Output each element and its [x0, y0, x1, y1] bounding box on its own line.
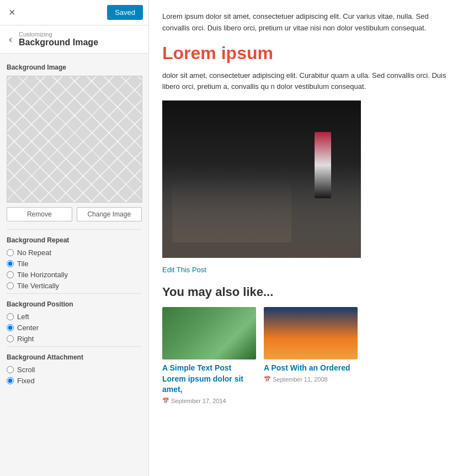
customizing-label: Customizing — [19, 31, 98, 38]
position-label-right: Right — [17, 335, 34, 343]
background-attachment-label: Background Attachment — [7, 353, 142, 361]
post-image — [162, 101, 361, 258]
you-may-like-heading: You may also like... — [162, 285, 450, 299]
section-title-inner: Customizing Background Image — [19, 31, 98, 47]
background-repeat-label: Background Repeat — [7, 236, 142, 244]
right-panel: Lorem ipsum dolor sit amet, consectetuer… — [149, 0, 463, 476]
left-panel: × Saved ‹ Customizing Background Image B… — [0, 0, 149, 476]
calendar-icon-1: 📅 — [162, 398, 169, 404]
saved-button[interactable]: Saved — [107, 5, 143, 20]
intro-paragraph: Lorem ipsum dolor sit amet, consectetuer… — [162, 11, 450, 34]
divider-1 — [7, 229, 142, 230]
attachment-label-scroll: Scroll — [17, 366, 35, 374]
position-label-center: Center — [17, 324, 39, 332]
repeat-label-no-repeat: No Repeat — [17, 248, 51, 257]
tile-pattern — [7, 76, 142, 202]
position-option-right[interactable]: Right — [7, 335, 142, 343]
attachment-label-fixed: Fixed — [17, 377, 35, 385]
post-title: Lorem ipsum — [162, 43, 450, 64]
calendar-icon-2: 📅 — [264, 376, 270, 382]
close-button[interactable]: × — [6, 5, 19, 20]
back-button[interactable]: ‹ — [7, 34, 14, 45]
repeat-label-tile: Tile — [17, 260, 28, 268]
related-posts: A Simple Text Post Lorem ipsum dolor sit… — [162, 307, 450, 404]
edit-post-link[interactable]: Edit This Post — [162, 266, 450, 274]
image-preview — [7, 76, 142, 203]
attachment-option-scroll[interactable]: Scroll — [7, 366, 142, 374]
repeat-radio-tile-vertically[interactable] — [7, 282, 14, 289]
image-buttons: Remove Change Image — [7, 207, 142, 221]
position-option-left[interactable]: Left — [7, 313, 142, 321]
repeat-option-tile[interactable]: Tile — [7, 260, 142, 268]
divider-2 — [7, 293, 142, 294]
divider-3 — [7, 346, 142, 347]
position-radio-center[interactable] — [7, 324, 14, 331]
post-body: dolor sit amet, consectetuer adipiscing … — [162, 70, 450, 93]
repeat-label-tile-vertically: Tile Vertically — [17, 282, 59, 290]
attachment-radio-fixed[interactable] — [7, 377, 14, 384]
position-radio-right[interactable] — [7, 335, 14, 342]
background-attachment-group: Scroll Fixed — [7, 366, 142, 385]
background-position-group: Left Center Right — [7, 313, 142, 343]
change-image-button[interactable]: Change Image — [77, 207, 142, 221]
repeat-radio-no-repeat[interactable] — [7, 249, 14, 256]
related-date-text-1: September 17, 2014 — [171, 398, 226, 404]
content-area: Lorem ipsum dolor sit amet, consectetuer… — [149, 0, 463, 476]
repeat-radio-tile-horizontally[interactable] — [7, 271, 14, 278]
related-date-text-2: September 11, 2008 — [273, 376, 328, 383]
fashion-scene — [162, 101, 361, 258]
remove-image-button[interactable]: Remove — [7, 207, 72, 221]
repeat-option-tile-vertically[interactable]: Tile Vertically — [7, 282, 142, 290]
repeat-option-no-repeat[interactable]: No Repeat — [7, 248, 142, 257]
post-body-text: dolor sit amet, consectetuer adipiscing … — [162, 71, 446, 91]
position-option-center[interactable]: Center — [7, 324, 142, 332]
position-radio-left[interactable] — [7, 313, 14, 320]
background-position-label: Background Position — [7, 300, 142, 308]
attachment-option-fixed[interactable]: Fixed — [7, 377, 142, 385]
repeat-label-tile-horizontally: Tile Horizontally — [17, 271, 68, 279]
background-image-label: Background Image — [7, 64, 142, 71]
related-post-2: A Post With an Ordered 📅 September 11, 2… — [264, 307, 358, 404]
repeat-option-tile-horizontally[interactable]: Tile Horizontally — [7, 271, 142, 279]
attachment-radio-scroll[interactable] — [7, 366, 14, 373]
section-name: Background Image — [19, 38, 98, 47]
background-repeat-group: No Repeat Tile Tile Horizontally Tile Ve… — [7, 248, 142, 290]
repeat-radio-tile[interactable] — [7, 260, 14, 267]
position-label-left: Left — [17, 313, 29, 321]
related-title-2[interactable]: A Post With an Ordered — [264, 363, 358, 374]
related-date-1: 📅 September 17, 2014 — [162, 398, 256, 404]
related-date-2: 📅 September 11, 2008 — [264, 376, 358, 383]
customizer-header: × Saved — [0, 0, 148, 25]
related-thumb-1 — [162, 307, 256, 359]
related-post-1: A Simple Text Post Lorem ipsum dolor sit… — [162, 307, 256, 404]
section-title-bar: ‹ Customizing Background Image — [0, 25, 148, 54]
related-title-1[interactable]: A Simple Text Post Lorem ipsum dolor sit… — [162, 363, 256, 395]
panel-content: Background Image Remove Change Image Bac… — [0, 54, 148, 395]
related-thumb-2 — [264, 307, 358, 359]
